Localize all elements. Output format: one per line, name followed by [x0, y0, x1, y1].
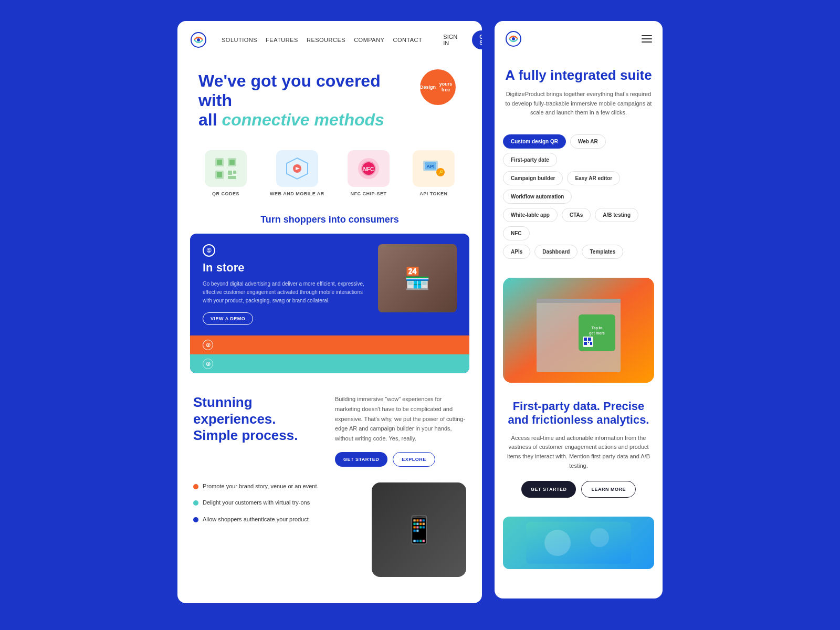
tag-custom-design-qr[interactable]: Custom design QR — [503, 134, 566, 149]
data-title: First-party data. Precise and frictionle… — [505, 400, 652, 427]
bottom-decorative-image — [526, 522, 631, 564]
feature-1: Promote your brand story, venue or an ev… — [193, 482, 361, 490]
svg-point-38 — [544, 530, 571, 556]
nav-links: SOLUTIONS FEATURES RESOURCES COMPANY CON… — [222, 37, 422, 43]
tag-white-label-app[interactable]: White-lable app — [503, 208, 558, 222]
stunning-explore[interactable]: EXPLORE — [393, 452, 435, 467]
svg-rect-32 — [584, 338, 587, 341]
view-demo-button[interactable]: VIEW A DEMO — [203, 312, 253, 325]
tag-first-party-date[interactable]: First-party date — [503, 153, 557, 167]
features-phone-image: 📱 — [372, 482, 466, 577]
nav-features[interactable]: FEATURES — [266, 37, 298, 43]
svg-rect-7 — [217, 172, 222, 177]
right-nav — [495, 21, 663, 57]
data-get-started-button[interactable]: GET STARTED — [521, 481, 576, 498]
shoppers-num-1: ① — [203, 244, 215, 257]
tag-campaign-builder[interactable]: Campaign builder — [503, 171, 563, 185]
feature-2: Delight your customers with virtual try-… — [193, 499, 361, 507]
shoppers-num-2: ② — [203, 340, 213, 350]
shoppers-bar-2[interactable]: ② — [190, 335, 469, 354]
data-text: Access real-time and actionable informat… — [505, 434, 652, 470]
shoppers-num-3: ③ — [203, 359, 213, 369]
svg-text:Tap to: Tap to — [592, 326, 602, 330]
qr-icon — [205, 150, 247, 187]
stunning-text: Building immersive "wow" experiences for… — [335, 394, 466, 443]
stunning-section: Stunning experiences. Simple process. Bu… — [177, 373, 482, 477]
shoppers-text-1: Go beyond digital advertising and delive… — [203, 280, 370, 305]
logo-icon — [190, 32, 207, 48]
svg-rect-37 — [526, 522, 631, 564]
svg-text:API: API — [426, 164, 434, 169]
nfc-label: NFC CHIP-SET — [350, 191, 386, 196]
hamburger-menu[interactable] — [642, 35, 652, 43]
nav-solutions[interactable]: SOLUTIONS — [222, 37, 257, 43]
tag-ab-testing[interactable]: A/B testing — [595, 208, 638, 222]
svg-rect-10 — [228, 176, 236, 179]
svg-text:🔑: 🔑 — [437, 170, 444, 176]
tag-templates[interactable]: Templates — [582, 245, 623, 259]
right-logo-icon — [505, 30, 522, 47]
tag-workflow-automation[interactable]: Workflow automation — [503, 190, 572, 204]
icon-ar: WEB AND MOBILE AR — [270, 150, 324, 196]
left-panel: SOLUTIONS FEATURES RESOURCES COMPANY CON… — [177, 21, 482, 603]
nav-resources[interactable]: RESOURCES — [307, 37, 345, 43]
svg-rect-27 — [537, 299, 621, 303]
right-hero: A fully integrated suite DigitizeProduct… — [495, 57, 663, 126]
svg-point-24 — [512, 37, 515, 40]
shoppers-heading-1: In store — [203, 261, 370, 275]
features-section: Promote your brand story, venue or an ev… — [177, 477, 482, 582]
api-icon: API 🔑 — [413, 150, 455, 187]
right-hero-title: A fully integrated suite — [505, 67, 652, 83]
icons-row: QR CODES WEB AND MOBILE AR NFC — [177, 140, 482, 202]
right-panel: A fully integrated suite DigitizeProduct… — [495, 21, 663, 598]
shoppers-image: 🏪 — [378, 244, 457, 312]
qr-image-container: Tap to get more — [503, 278, 654, 383]
svg-rect-35 — [588, 342, 589, 343]
shoppers-bar-3[interactable]: ③ — [190, 354, 469, 373]
data-learn-more-button[interactable]: LEARN MORE — [581, 481, 636, 498]
nfc-icon: NFC — [348, 150, 390, 187]
tag-apis[interactable]: APIs — [503, 245, 530, 259]
ar-icon — [276, 150, 318, 187]
stunning-get-started[interactable]: GET STARTED — [335, 452, 387, 467]
feature-dot-1 — [193, 484, 198, 489]
tag-nfc[interactable]: NFC — [503, 226, 530, 240]
svg-rect-3 — [217, 160, 222, 165]
svg-text:get more: get more — [589, 331, 605, 335]
nav-get-started[interactable]: GET STARTED — [472, 30, 482, 49]
ar-label: WEB AND MOBILE AR — [270, 191, 324, 196]
nav: SOLUTIONS FEATURES RESOURCES COMPANY CON… — [177, 21, 482, 59]
svg-text:NFC: NFC — [363, 166, 374, 172]
tag-web-ar[interactable]: Web AR — [570, 134, 606, 149]
tag-easy-ar-editor[interactable]: Easy AR editor — [567, 171, 620, 185]
tag-ctas[interactable]: CTAs — [562, 208, 591, 222]
feature-dot-2 — [193, 500, 198, 506]
right-hero-text: DigitizeProduct brings together everythi… — [505, 90, 652, 118]
feature-3: Allow shoppers authenticate your product — [193, 516, 361, 523]
svg-rect-8 — [228, 171, 232, 175]
svg-rect-36 — [590, 342, 592, 345]
tags-section: Custom design QR Web AR First-party date… — [495, 126, 663, 271]
icon-api: API 🔑 API TOKEN — [413, 150, 455, 196]
svg-rect-9 — [233, 171, 236, 174]
bottom-image — [503, 517, 654, 569]
hero-section: We've got you covered with all connectiv… — [177, 59, 482, 140]
shoppers-title: Turn shoppers into consumers — [177, 214, 482, 225]
feature-text-3: Allow shoppers authenticate your product — [203, 516, 309, 523]
qr-background-image: Tap to get more — [505, 278, 652, 383]
feature-text-1: Promote your brand story, venue or an ev… — [203, 482, 319, 490]
icon-nfc: NFC NFC CHIP-SET — [348, 150, 390, 196]
svg-rect-34 — [584, 342, 587, 345]
data-section: First-party data. Precise and frictionle… — [495, 389, 663, 508]
tag-dashboard[interactable]: Dashboard — [534, 245, 578, 259]
nav-contact[interactable]: CONTACT — [393, 37, 422, 43]
svg-rect-33 — [588, 338, 591, 341]
nav-company[interactable]: COMPANY — [354, 37, 384, 43]
feature-text-2: Delight your customers with virtual try-… — [203, 499, 310, 507]
feature-dot-3 — [193, 517, 198, 522]
qr-label: QR CODES — [212, 191, 239, 196]
stunning-heading: Stunning experiences. Simple process. — [193, 394, 324, 444]
hero-badge: Designyours free — [420, 69, 456, 105]
nav-signin[interactable]: SIGN IN — [443, 34, 457, 46]
svg-point-39 — [590, 528, 609, 547]
